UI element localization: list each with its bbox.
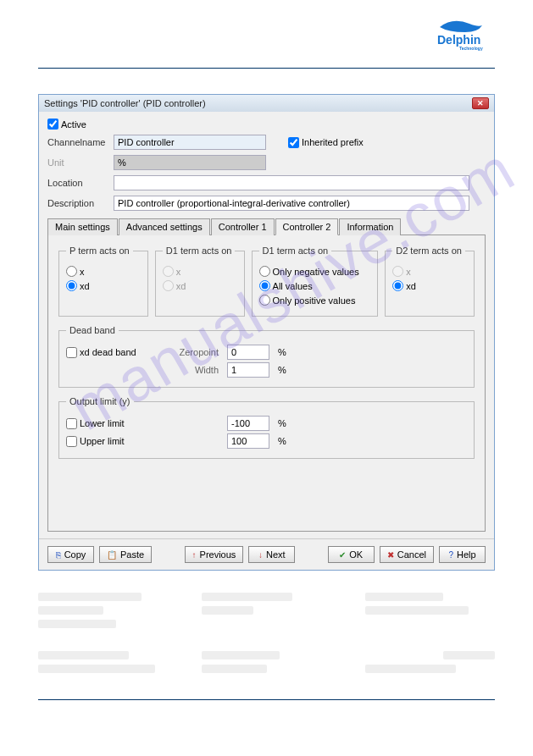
- tab-controller-1[interactable]: Controller 1: [211, 218, 275, 235]
- output-limit-legend: Output limit (y): [66, 396, 134, 406]
- description-label: Description: [47, 198, 108, 208]
- arrow-up-icon: ↑: [192, 550, 197, 560]
- dialog-title: Settings 'PID controller' (PID controlle…: [44, 98, 206, 108]
- d1-term-x-label: x: [176, 267, 181, 277]
- d2-term-xd-radio[interactable]: [392, 280, 403, 291]
- tab-strip: Main settings Advanced settings Controll…: [47, 218, 486, 235]
- body-text-placeholder: [38, 588, 495, 678]
- help-button[interactable]: ?Help: [439, 546, 486, 563]
- unit-input: [114, 155, 266, 170]
- d1-term-values-legend: D1 term acts on: [259, 246, 332, 256]
- upper-limit-checkbox[interactable]: [66, 436, 77, 447]
- d1-term-values-group: D1 term acts on Only negative values All…: [252, 246, 379, 317]
- svg-text:Technology: Technology: [459, 46, 483, 51]
- p-term-xd-radio[interactable]: [66, 280, 77, 291]
- inherited-prefix-label: Inherited prefix: [302, 137, 364, 147]
- lower-limit-checkbox[interactable]: [66, 418, 77, 429]
- d1-term-xd-label: xd: [176, 281, 186, 291]
- d1-all-label: All values: [273, 281, 313, 291]
- next-button[interactable]: ↓Next: [248, 546, 295, 563]
- p-term-legend: P term acts on: [66, 246, 133, 256]
- channelname-input[interactable]: [114, 135, 266, 150]
- p-term-group: P term acts on x xd: [58, 246, 148, 317]
- p-term-x-radio[interactable]: [66, 266, 77, 277]
- p-term-xd-label: xd: [80, 281, 90, 291]
- d1-term-x-radio: [163, 266, 174, 277]
- lower-limit-label: Lower limit: [80, 418, 125, 428]
- cancel-button[interactable]: ✖Cancel: [380, 546, 434, 563]
- settings-dialog: Settings 'PID controller' (PID controlle…: [38, 94, 495, 571]
- check-icon: ✔: [339, 550, 346, 560]
- output-limit-group: Output limit (y) Lower limit % U: [58, 396, 475, 459]
- d1-neg-label: Only negative values: [273, 267, 359, 277]
- d1-term-group: D1 term acts on x xd: [155, 246, 245, 317]
- d2-term-legend: D2 term acts on: [392, 246, 465, 256]
- zeropoint-label: Zeropoint: [168, 347, 219, 357]
- d1-all-radio[interactable]: [259, 280, 270, 291]
- d1-neg-radio[interactable]: [259, 266, 270, 277]
- d2-term-xd-label: xd: [406, 281, 416, 291]
- dead-band-legend: Dead band: [66, 325, 119, 335]
- inherited-prefix-checkbox[interactable]: [288, 137, 299, 148]
- upper-limit-label: Upper limit: [80, 436, 125, 446]
- location-input[interactable]: [114, 175, 469, 190]
- help-icon: ?: [448, 550, 453, 560]
- d1-pos-label: Only positive values: [273, 295, 356, 306]
- copy-icon: ⎘: [56, 550, 61, 560]
- d2-term-group: D2 term acts on x xd: [385, 246, 475, 317]
- svg-text:Delphin: Delphin: [437, 33, 480, 47]
- lower-limit-unit: %: [278, 418, 286, 428]
- tab-main-settings[interactable]: Main settings: [47, 218, 118, 235]
- button-bar: ⎘Copy 📋Paste ↑Previous ↓Next ✔OK ✖Cancel…: [39, 538, 494, 570]
- zeropoint-input[interactable]: [227, 345, 269, 360]
- controller-2-panel: P term acts on x xd D1 term acts on x xd…: [47, 235, 486, 532]
- xd-dead-band-checkbox[interactable]: [66, 347, 77, 358]
- lower-limit-input[interactable]: [227, 416, 269, 431]
- channelname-label: Channelname: [47, 137, 108, 147]
- width-label: Width: [168, 365, 219, 375]
- tab-controller-2[interactable]: Controller 2: [275, 218, 339, 235]
- upper-limit-unit: %: [278, 436, 286, 446]
- zeropoint-unit: %: [278, 347, 286, 357]
- description-input[interactable]: [114, 196, 469, 211]
- arrow-down-icon: ↓: [258, 550, 263, 560]
- tab-information[interactable]: Information: [339, 218, 401, 235]
- active-checkbox[interactable]: [47, 119, 58, 130]
- tab-advanced-settings[interactable]: Advanced settings: [119, 218, 210, 235]
- dialog-titlebar: Settings 'PID controller' (PID controlle…: [39, 95, 494, 112]
- previous-button[interactable]: ↑Previous: [185, 546, 244, 563]
- d1-term-legend: D1 term acts on: [163, 246, 236, 256]
- upper-limit-input[interactable]: [227, 433, 269, 449]
- location-label: Location: [47, 178, 108, 188]
- copy-button[interactable]: ⎘Copy: [47, 546, 94, 563]
- brand-logo: Delphin Technology: [436, 17, 495, 51]
- p-term-x-label: x: [80, 267, 85, 277]
- cross-icon: ✖: [387, 550, 394, 560]
- xd-dead-band-label: xd dead band: [80, 347, 136, 357]
- paste-button[interactable]: 📋Paste: [99, 546, 152, 563]
- width-unit: %: [278, 365, 286, 375]
- paste-icon: 📋: [107, 550, 117, 560]
- ok-button[interactable]: ✔OK: [328, 546, 375, 563]
- d2-term-x-label: x: [406, 267, 411, 277]
- width-input[interactable]: [227, 362, 269, 378]
- active-label: Active: [61, 119, 86, 130]
- d1-term-xd-radio: [163, 280, 174, 291]
- dead-band-group: Dead band xd dead band Zeropoint % Width: [58, 325, 475, 388]
- d2-term-x-radio: [392, 266, 403, 277]
- d1-pos-radio[interactable]: [259, 295, 270, 306]
- close-button[interactable]: ✕: [472, 97, 489, 109]
- unit-label: Unit: [47, 157, 108, 168]
